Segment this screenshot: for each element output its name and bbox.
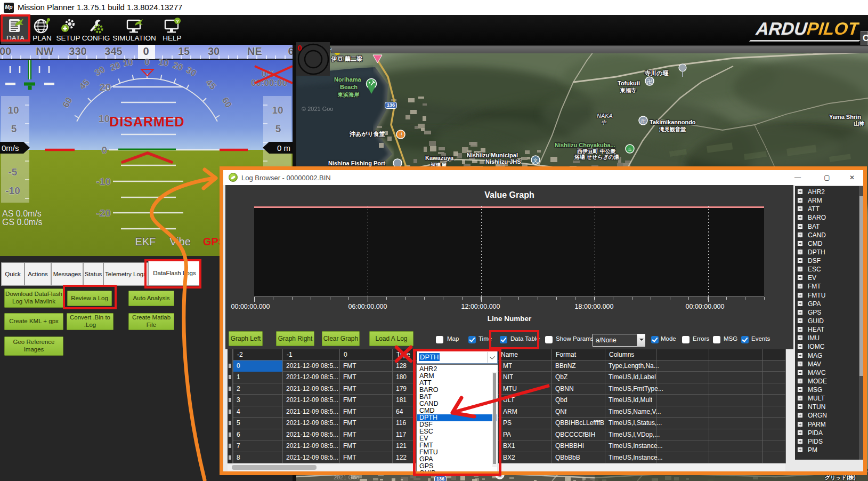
tree-item-pida[interactable]: PIDA: [795, 429, 864, 437]
param-dropdown[interactable]: a/None: [593, 334, 645, 347]
log-browser-window[interactable]: Log Browser - 00000002.BIN—▢✕Value Graph…: [223, 170, 864, 471]
checkbox-errors[interactable]: [682, 336, 689, 343]
table-cell[interactable]: 122: [393, 454, 407, 461]
tree-expand-icon[interactable]: [798, 362, 802, 366]
table-cell[interactable]: 8: [234, 454, 240, 461]
table-col-header[interactable]: Format: [553, 351, 576, 358]
table-cell[interactable]: QBNN: [553, 385, 574, 392]
table-col-header[interactable]: Columns: [606, 351, 634, 358]
table-cell[interactable]: BX2: [500, 454, 515, 461]
table-row[interactable]: 12021-12-09 08:5...FMT180NITQbZTimeUS,Id…: [228, 372, 785, 383]
map-poi-temple1-icon[interactable]: 卍: [639, 116, 647, 125]
tree-item-gps[interactable]: GPS: [795, 308, 864, 317]
tree-expand-icon[interactable]: [798, 233, 802, 237]
tree-expand-icon[interactable]: [798, 310, 802, 315]
table-cell[interactable]: 0: [234, 362, 240, 370]
map-label-takimi[interactable]: Takimikannondo: [650, 119, 696, 125]
map-label-norihama2[interactable]: Beach: [340, 84, 358, 90]
combo-item-baro[interactable]: BARO: [417, 387, 490, 394]
map-poi-school-icon[interactable]: 文: [531, 156, 540, 164]
tree-item-cmd[interactable]: CMD: [795, 239, 864, 248]
map-label-norihama1[interactable]: Norihama: [334, 76, 361, 83]
tree-expand-icon[interactable]: [798, 293, 802, 298]
button-create-matlab-file[interactable]: Create Matlab File: [128, 313, 174, 330]
map-label-tofukuii[interactable]: Tofukuii: [618, 80, 640, 86]
tree-item-att[interactable]: ATT: [795, 205, 864, 213]
graph-plot-area[interactable]: [254, 206, 764, 297]
combo-item-dsf[interactable]: DSF: [417, 421, 490, 428]
map-poi-restaurant-icon[interactable]: 🍴: [396, 130, 405, 139]
tree-item-cand[interactable]: CAND: [795, 231, 864, 239]
tree-item-guid[interactable]: GUID: [795, 317, 864, 325]
map-label-municipal2[interactable]: Nishiizu JHS: [485, 158, 521, 165]
combobox-dropdown-arrow-icon[interactable]: [488, 352, 497, 363]
tree-expand-icon[interactable]: [798, 284, 802, 288]
table-cell[interactable]: Qbd: [553, 396, 567, 404]
table-cell[interactable]: TimeUS,Instance...: [606, 442, 663, 450]
table-cell[interactable]: 6: [234, 431, 240, 438]
checkbox-map[interactable]: [436, 336, 443, 343]
toolbar-item-config[interactable]: CONFIG: [81, 16, 111, 44]
table-cell[interactable]: 180: [393, 373, 407, 381]
tree-expand-icon[interactable]: [798, 327, 802, 332]
button-graph-left[interactable]: Graph Left: [229, 331, 263, 346]
tree-item-esc[interactable]: ESC: [795, 265, 864, 274]
tree-expand-icon[interactable]: [798, 387, 802, 392]
tree-expand-icon[interactable]: [798, 224, 802, 229]
tree-expand-icon[interactable]: [798, 215, 802, 220]
map-label-izu[interactable]: 伊豆 繭二梁: [331, 55, 362, 63]
table-cell[interactable]: 7: [234, 442, 240, 450]
table-cell[interactable]: PA: [500, 431, 511, 438]
combo-item-cand[interactable]: CAND: [417, 400, 490, 407]
table-cell[interactable]: 2021-12-09 08:5...: [283, 408, 338, 415]
table-cell[interactable]: 2021-12-09 08:5...: [283, 431, 338, 438]
table-col-header[interactable]: -1: [284, 351, 293, 358]
table-cell[interactable]: 121: [393, 442, 407, 450]
table-cell[interactable]: QBHBBHI: [553, 442, 584, 450]
table-cell[interactable]: QNf: [553, 408, 566, 415]
tree-expand-icon[interactable]: [798, 413, 802, 418]
map-label-municipal1[interactable]: Nishiizu Municipal: [467, 152, 518, 158]
tree-item-arm[interactable]: ARM: [795, 196, 864, 205]
table-cell[interactable]: 117: [393, 431, 406, 438]
combo-item-fmtu[interactable]: FMTU: [417, 449, 490, 456]
tree-expand-icon[interactable]: [798, 258, 802, 263]
table-cell[interactable]: 64: [393, 408, 403, 415]
table-row[interactable]: 42021-12-09 08:5...FMT64ARMQNfTimeUS,Nam…: [228, 406, 785, 418]
map-label-kawazuya[interactable]: Kawazuya: [425, 155, 453, 161]
map-poi-onsen-icon[interactable]: ♨: [626, 145, 634, 153]
combo-item-guid[interactable]: GUID: [417, 470, 490, 474]
map-label-takimi_jp[interactable]: 滝見観音堂: [659, 126, 686, 133]
button-load-a-log[interactable]: Load A Log: [369, 331, 413, 346]
minimize-button[interactable]: —: [790, 173, 806, 182]
tree-item-gpa[interactable]: GPA: [795, 300, 864, 308]
button-download-dataflash-log[interactable]: Download DataFlash Log Via Mavlink: [4, 288, 63, 308]
table-cell[interactable]: 2021-12-09 08:5...: [283, 442, 338, 450]
toolbar-item-simulation[interactable]: SIMULATION: [111, 16, 158, 44]
tree-item-dpth[interactable]: DPTH: [795, 248, 864, 256]
table-cell[interactable]: 181: [393, 396, 407, 404]
table-cell[interactable]: BX1: [500, 442, 515, 450]
table-cell[interactable]: 2021-12-09 08:5...: [283, 373, 338, 381]
table-cell[interactable]: 2: [234, 385, 240, 392]
table-cell[interactable]: TimeUS,I,VDop,...: [606, 431, 660, 438]
table-cell[interactable]: TimeUS,I,Status,...: [606, 419, 662, 427]
tree-expand-icon[interactable]: [798, 370, 802, 375]
tree-item-iomc[interactable]: IOMC: [795, 342, 864, 351]
map-poi-temple2-icon[interactable]: 卍: [645, 77, 654, 85]
tree-expand-icon[interactable]: [798, 301, 802, 306]
table-cell[interactable]: 2021-12-09 08:5...: [283, 454, 338, 461]
map-label-okaagari[interactable]: 沖あがり食堂: [350, 130, 385, 138]
table-row[interactable]: 62021-12-09 08:5...FMT117PAQBCCCCfBIHTim…: [228, 429, 785, 440]
map-zoom-slider[interactable]: [331, 46, 868, 53]
tree-expand-icon[interactable]: [798, 206, 802, 211]
tree-expand-icon[interactable]: [798, 447, 802, 452]
table-cell[interactable]: FMT: [340, 373, 356, 381]
tree-expand-icon[interactable]: [798, 396, 802, 400]
button-clear-graph[interactable]: Clear Graph: [322, 331, 360, 346]
tree-item-ev[interactable]: EV: [795, 274, 864, 282]
table-cell[interactable]: 116: [393, 419, 406, 427]
combobox-dropdown-list[interactable]: AHR2ARMATTBAROBATCANDCMDDPTHDSFESCEVFMTF…: [416, 364, 498, 474]
button-convert-bin-to-log[interactable]: Convert .Bin to .Log: [67, 313, 113, 330]
table-cell[interactable]: 5: [234, 419, 240, 427]
